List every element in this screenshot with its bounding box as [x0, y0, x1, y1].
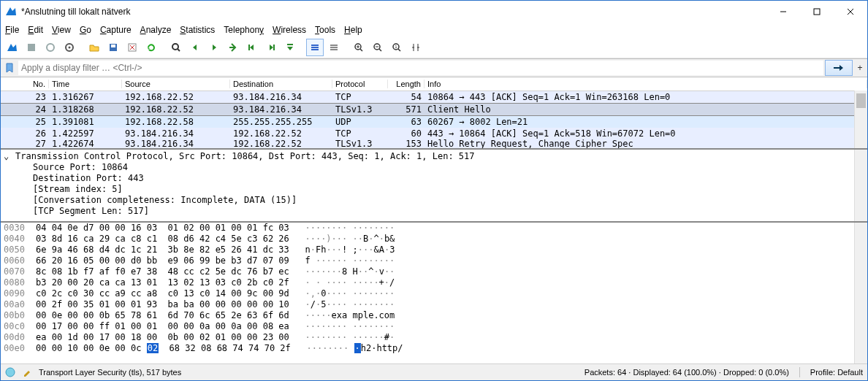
- colorize-icon[interactable]: [306, 39, 324, 56]
- zoom-in-icon[interactable]: [350, 39, 368, 56]
- packet-list-scrollbar[interactable]: [854, 91, 867, 148]
- detail-line: [Stream index: 5]: [1, 184, 867, 195]
- svg-rect-23: [330, 47, 338, 48]
- detail-line: [TCP Segment Len: 517]: [1, 206, 867, 217]
- find-packet-icon[interactable]: [167, 39, 185, 56]
- status-field: Transport Layer Security (tls), 517 byte…: [39, 368, 181, 377]
- close-button[interactable]: [834, 1, 867, 23]
- svg-text:1: 1: [395, 45, 397, 49]
- start-capture-icon[interactable]: [4, 39, 21, 56]
- go-back-icon[interactable]: [186, 39, 204, 56]
- hex-row: 00d0ea 00 1d 00 17 00 18 00 0b 00 02 01 …: [1, 332, 867, 343]
- svg-point-13: [172, 44, 178, 50]
- status-profile[interactable]: Profile: Default: [810, 368, 863, 377]
- col-dst[interactable]: Destination: [230, 80, 332, 88]
- menu-view[interactable]: View: [52, 25, 71, 35]
- hex-row: 00708c 08 1b f7 af f0 e7 38 48 cc c2 5e …: [1, 266, 867, 277]
- filter-apply-button[interactable]: [825, 60, 853, 76]
- open-file-icon[interactable]: [85, 39, 103, 56]
- stop-capture-icon[interactable]: [23, 39, 40, 56]
- svg-point-7: [69, 47, 71, 49]
- svg-line-14: [178, 49, 180, 51]
- edit-icon[interactable]: [23, 368, 31, 377]
- zoom-out-icon[interactable]: [369, 39, 387, 56]
- col-info[interactable]: Info: [425, 80, 867, 88]
- col-len[interactable]: Length: [388, 80, 425, 88]
- hex-row: 00506e 9a 46 68 d4 dc 1c 21 3b 8e 82 e5 …: [1, 245, 867, 255]
- col-time[interactable]: Time: [49, 80, 122, 88]
- table-row[interactable]: 251.391081192.168.22.58255.255.255.255UD…: [1, 116, 867, 128]
- detail-line: Destination Port: 443: [1, 173, 867, 184]
- svg-rect-20: [311, 47, 319, 48]
- menu-statistics[interactable]: Statistics: [180, 25, 215, 35]
- menu-capture[interactable]: Capture: [100, 25, 132, 35]
- table-row[interactable]: 261.42259793.184.216.34192.168.22.52TCP6…: [1, 128, 867, 139]
- go-forward-icon[interactable]: [205, 39, 223, 56]
- app-icon: [5, 6, 17, 18]
- go-first-icon[interactable]: [243, 39, 261, 56]
- filter-add-button[interactable]: +: [854, 63, 866, 73]
- app-window: *Anslutning till lokalt nätverk File Edi…: [0, 0, 868, 381]
- capture-options-icon[interactable]: [61, 39, 78, 56]
- save-file-icon[interactable]: [104, 39, 122, 56]
- menu-telephony[interactable]: Telephony: [224, 25, 264, 35]
- col-src[interactable]: Source: [122, 80, 230, 88]
- svg-point-5: [47, 44, 54, 51]
- detail-line: Source Port: 10864: [1, 162, 867, 173]
- hex-scrollbar[interactable]: [854, 223, 867, 363]
- toolbar: 1: [1, 37, 867, 58]
- selected-byte: 02: [147, 343, 159, 353]
- window-title: *Anslutning till lokalt nätverk: [21, 7, 766, 17]
- list-view-icon[interactable]: [325, 39, 343, 56]
- menu-file[interactable]: File: [5, 25, 19, 35]
- col-no[interactable]: No.: [1, 80, 49, 88]
- status-bar: Transport Layer Security (tls), 517 byte…: [1, 363, 867, 380]
- packet-list-body[interactable]: 231.316267192.168.22.5293.184.216.34TCP5…: [1, 91, 867, 148]
- svg-rect-1: [814, 9, 820, 15]
- expand-icon[interactable]: ⌄: [4, 151, 9, 161]
- detail-line: Transmission Control Protocol, Src Port:…: [15, 151, 475, 161]
- close-file-icon[interactable]: [123, 39, 141, 56]
- display-filter-input[interactable]: [18, 61, 823, 75]
- hex-row: 006066 20 16 05 00 00 d0 bb e9 06 99 be …: [1, 255, 867, 266]
- svg-line-34: [398, 49, 400, 51]
- reload-icon[interactable]: [142, 39, 160, 56]
- packet-list-pane: No. Time Source Destination Protocol Len…: [1, 77, 867, 150]
- menu-help[interactable]: Help: [344, 25, 362, 35]
- detail-line: [Conversation completeness: Incomplete, …: [1, 195, 867, 206]
- filter-bookmark-icon[interactable]: [2, 61, 17, 75]
- auto-scroll-icon[interactable]: [281, 39, 299, 56]
- status-packets: Packets: 64 · Displayed: 64 (100.0%) · D…: [585, 368, 789, 377]
- svg-line-31: [379, 49, 381, 51]
- filter-bar: +: [1, 58, 867, 77]
- col-proto[interactable]: Protocol: [332, 80, 388, 88]
- svg-rect-21: [311, 49, 319, 50]
- packet-details-pane[interactable]: ⌄Transmission Control Protocol, Src Port…: [1, 150, 867, 223]
- restart-capture-icon[interactable]: [42, 39, 59, 56]
- menu-analyze[interactable]: Analyze: [140, 25, 172, 35]
- table-row[interactable]: 241.318268192.168.22.5293.184.216.34TLSv…: [1, 103, 867, 116]
- go-to-packet-icon[interactable]: [224, 39, 242, 56]
- zoom-reset-icon[interactable]: 1: [388, 39, 406, 56]
- resize-columns-icon[interactable]: [407, 39, 425, 56]
- maximize-button[interactable]: [800, 1, 834, 23]
- go-last-icon[interactable]: [262, 39, 280, 56]
- hex-row: 0090c0 2c c0 30 cc a9 cc a8 c0 13 c0 14 …: [1, 288, 867, 299]
- details-scrollbar[interactable]: [854, 150, 867, 221]
- menu-tools[interactable]: Tools: [315, 25, 335, 35]
- menubar: File Edit View Go Capture Analyze Statis…: [1, 23, 867, 37]
- hex-row: 004003 8d 16 ca 29 ca c8 c1 08 d6 42 c4 …: [1, 234, 867, 245]
- menu-wireless[interactable]: Wireless: [273, 25, 306, 35]
- minimize-button[interactable]: [766, 1, 800, 23]
- packet-bytes-pane[interactable]: 003004 04 0e d7 00 00 16 03 01 02 00 01 …: [1, 223, 867, 363]
- menu-edit[interactable]: Edit: [28, 25, 43, 35]
- table-row[interactable]: 231.316267192.168.22.5293.184.216.34TCP5…: [1, 91, 867, 103]
- svg-rect-19: [311, 45, 319, 46]
- menu-go[interactable]: Go: [80, 25, 91, 35]
- expert-info-icon[interactable]: [5, 367, 15, 377]
- hex-row: 00e0 00 00 10 00 0e 00 0c 02 68 32 08 68…: [1, 343, 867, 354]
- hex-row: 00b000 0e 00 00 0b 65 78 61 6d 70 6c 65 …: [1, 310, 867, 321]
- svg-point-37: [6, 368, 15, 377]
- table-row[interactable]: 271.42267493.184.216.34192.168.22.52TLSv…: [1, 139, 867, 148]
- hex-row: 0080b3 20 00 20 ca ca 13 01 13 02 13 03 …: [1, 277, 867, 288]
